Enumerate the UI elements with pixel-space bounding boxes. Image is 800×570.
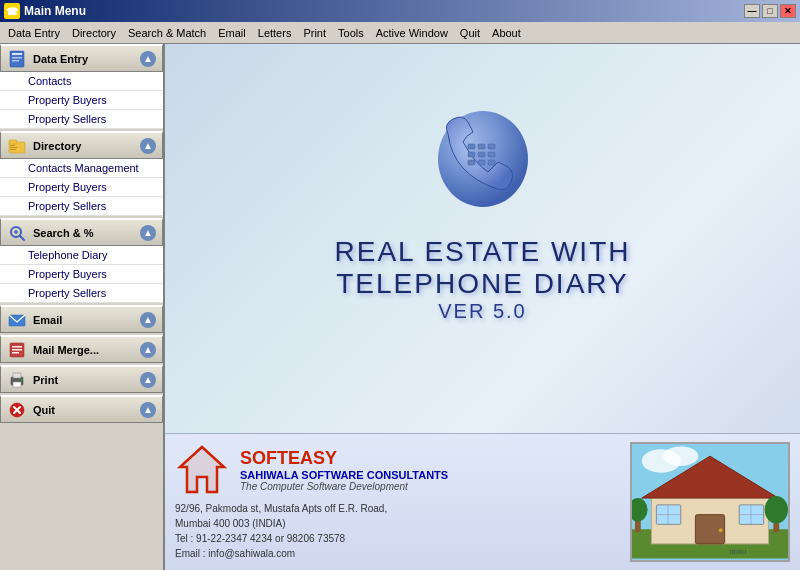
collapse-btn-search[interactable]: ▲ (140, 225, 156, 241)
address-line1: 92/96, Pakmoda st, Mustafa Apts off E.R.… (175, 501, 610, 516)
menu-tools[interactable]: Tools (332, 25, 370, 41)
menu-bar: Data Entry Directory Search & Match Emai… (0, 22, 800, 44)
sidebar-label-email: Email (33, 314, 62, 326)
sidebar-item-property-buyers-2[interactable]: Property Buyers (0, 178, 163, 197)
collapse-btn-mail-merge[interactable]: ▲ (140, 342, 156, 358)
sidebar-header-left-dir: Directory (7, 136, 81, 156)
company-tagline: The Computer Software Development (240, 481, 448, 492)
sidebar-label-quit: Quit (33, 404, 55, 416)
title-bar: ☎ Main Menu — □ ✕ (0, 0, 800, 22)
sidebar-item-telephone-diary[interactable]: Telephone Diary (0, 246, 163, 265)
collapse-btn-directory[interactable]: ▲ (140, 138, 156, 154)
collapse-btn-print[interactable]: ▲ (140, 372, 156, 388)
sidebar-section-quit: Quit ▲ (0, 395, 163, 423)
collapse-btn-email[interactable]: ▲ (140, 312, 156, 328)
sidebar-section-data-entry: Data Entry ▲ Contacts Property Buyers Pr… (0, 44, 163, 129)
sidebar-item-contacts-mgmt[interactable]: Contacts Management (0, 159, 163, 178)
app-version: VER 5.0 (335, 300, 631, 323)
svg-point-44 (719, 528, 723, 532)
data-entry-icon (7, 49, 27, 69)
email-section-icon (7, 310, 27, 330)
svg-rect-17 (12, 352, 19, 354)
app-title-line2: TELEPHONE DIARY (335, 268, 631, 300)
sidebar-item-property-sellers-2[interactable]: Property Sellers (0, 197, 163, 216)
sidebar-section-mail-merge: Mail Merge... ▲ (0, 335, 163, 363)
menu-search-match[interactable]: Search & Match (122, 25, 212, 41)
menu-directory[interactable]: Directory (66, 25, 122, 41)
maximize-button[interactable]: □ (762, 4, 778, 18)
menu-print[interactable]: Print (297, 25, 332, 41)
sidebar-section-print: Print ▲ (0, 365, 163, 393)
company-logo-area: SOFTEASY SAHIWALA SOFTWARE CONSULTANTS T… (175, 442, 610, 497)
address-line3: Tel : 91-22-2347 4234 or 98206 73578 (175, 531, 610, 546)
sidebar-label-mail-merge: Mail Merge... (33, 344, 99, 356)
svg-rect-29 (468, 152, 475, 157)
sahiwala-text: SAHIWALA SOFTWARE CONSULTANTS (240, 469, 448, 481)
sidebar-label-print: Print (33, 374, 58, 386)
sidebar-header-quit[interactable]: Quit ▲ (0, 395, 163, 423)
svg-rect-8 (10, 149, 16, 150)
collapse-btn-data-entry[interactable]: ▲ (140, 51, 156, 67)
sidebar-header-search[interactable]: Search & % ▲ (0, 218, 163, 246)
sidebar-item-contacts[interactable]: Contacts (0, 72, 163, 91)
window-title: Main Menu (24, 4, 86, 18)
sidebar-label-directory: Directory (33, 140, 81, 152)
sidebar-label-data-entry: Data Entry (33, 53, 88, 65)
svg-point-39 (663, 446, 698, 466)
svg-rect-31 (488, 152, 495, 157)
sidebar-item-property-sellers-1[interactable]: Property Sellers (0, 110, 163, 129)
sidebar-item-property-sellers-3[interactable]: Property Sellers (0, 284, 163, 303)
house-image: doku (630, 442, 790, 562)
sidebar-header-print[interactable]: Print ▲ (0, 365, 163, 393)
sidebar-items-search: Telephone Diary Property Buyers Property… (0, 246, 163, 303)
house-illustration: doku (632, 442, 788, 560)
menu-quit[interactable]: Quit (454, 25, 486, 41)
app-content: REAL ESTATE WITH TELEPHONE DIARY VER 5.0 (165, 44, 800, 323)
sidebar-header-left-mail: Mail Merge... (7, 340, 99, 360)
phone-container (423, 104, 543, 216)
svg-rect-34 (488, 160, 495, 165)
sidebar-section-email: Email ▲ (0, 305, 163, 333)
company-name-area: SOFTEASY SAHIWALA SOFTWARE CONSULTANTS T… (240, 448, 448, 492)
sidebar-header-mail-merge[interactable]: Mail Merge... ▲ (0, 335, 163, 363)
sidebar-header-directory[interactable]: Directory ▲ (0, 131, 163, 159)
search-section-icon (7, 223, 27, 243)
menu-about[interactable]: About (486, 25, 527, 41)
svg-rect-33 (478, 160, 485, 165)
svg-line-10 (20, 236, 24, 240)
svg-rect-6 (10, 145, 15, 146)
sidebar-item-property-buyers-1[interactable]: Property Buyers (0, 91, 163, 110)
print-section-icon (7, 370, 27, 390)
sidebar-items-directory: Contacts Management Property Buyers Prop… (0, 159, 163, 216)
sidebar-header-left: Data Entry (7, 49, 88, 69)
quit-icon (7, 400, 27, 420)
sidebar-header-left-print: Print (7, 370, 58, 390)
close-button[interactable]: ✕ (780, 4, 796, 18)
menu-letters[interactable]: Letters (252, 25, 298, 41)
menu-email[interactable]: Email (212, 25, 252, 41)
svg-rect-27 (478, 144, 485, 149)
softeasy-logo-text: SOFTEASY (240, 448, 448, 469)
company-info: SOFTEASY SAHIWALA SOFTWARE CONSULTANTS T… (175, 442, 610, 561)
bottom-info: SOFTEASY SAHIWALA SOFTWARE CONSULTANTS T… (165, 433, 800, 570)
minimize-button[interactable]: — (744, 4, 760, 18)
menu-data-entry[interactable]: Data Entry (2, 25, 66, 41)
svg-rect-30 (478, 152, 485, 157)
svg-text:doku: doku (730, 547, 747, 556)
address-line4: Email : info@sahiwala.com (175, 546, 610, 561)
sidebar-header-data-entry[interactable]: Data Entry ▲ (0, 44, 163, 72)
sidebar-item-property-buyers-3[interactable]: Property Buyers (0, 265, 163, 284)
app-title-line1: REAL ESTATE WITH (335, 236, 631, 268)
sidebar-header-email[interactable]: Email ▲ (0, 305, 163, 333)
app-title: REAL ESTATE WITH TELEPHONE DIARY VER 5.0 (335, 236, 631, 323)
sidebar: Data Entry ▲ Contacts Property Buyers Pr… (0, 44, 165, 570)
sidebar-header-left-quit: Quit (7, 400, 55, 420)
svg-rect-20 (13, 382, 21, 387)
svg-point-52 (765, 496, 788, 523)
address-line2: Mumbai 400 003 (INDIA) (175, 516, 610, 531)
directory-icon (7, 136, 27, 156)
company-logo-svg (175, 442, 230, 497)
menu-active-window[interactable]: Active Window (370, 25, 454, 41)
collapse-btn-quit[interactable]: ▲ (140, 402, 156, 418)
company-address: 92/96, Pakmoda st, Mustafa Apts off E.R.… (175, 501, 610, 561)
